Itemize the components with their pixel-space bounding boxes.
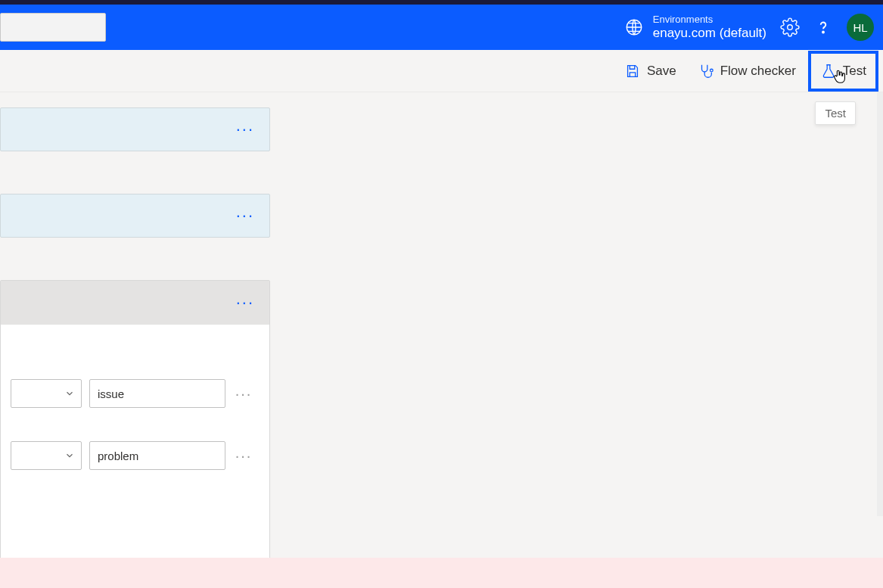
step-menu-icon[interactable]: ··· xyxy=(236,120,254,139)
chevron-down-icon xyxy=(64,450,75,461)
condition-value-input[interactable] xyxy=(89,379,225,408)
stethoscope-icon xyxy=(698,63,714,79)
error-bar xyxy=(0,558,883,588)
app-header: Environments enayu.com (default) HL xyxy=(0,5,883,50)
flow-checker-label: Flow checker xyxy=(720,64,796,79)
condition-header[interactable]: ··· xyxy=(1,281,269,325)
settings-icon[interactable] xyxy=(780,17,800,37)
test-label: Test xyxy=(843,64,866,79)
condition-card: ··· ··· ··· xyxy=(0,280,270,572)
header-right: Environments enayu.com (default) HL xyxy=(624,14,874,41)
row-menu-icon[interactable]: ··· xyxy=(233,385,254,403)
help-icon[interactable] xyxy=(813,17,833,37)
chevron-down-icon xyxy=(64,388,75,399)
step-menu-icon[interactable]: ··· xyxy=(236,206,254,226)
environment-text: Environments enayu.com (default) xyxy=(653,14,766,41)
test-button[interactable]: Test xyxy=(808,51,878,92)
save-button[interactable]: Save xyxy=(615,57,686,86)
condition-menu-icon[interactable]: ··· xyxy=(236,293,254,313)
save-icon xyxy=(624,63,641,79)
scrollbar[interactable] xyxy=(877,92,883,516)
toolbar: Save Flow checker Test Test xyxy=(0,50,883,92)
operator-dropdown[interactable] xyxy=(11,441,82,470)
svg-point-2 xyxy=(822,32,824,33)
condition-value-input[interactable] xyxy=(89,441,225,470)
environment-picker[interactable]: Environments enayu.com (default) xyxy=(624,14,766,41)
flask-icon xyxy=(820,63,837,79)
operator-dropdown[interactable] xyxy=(11,379,82,408)
svg-point-3 xyxy=(710,69,713,72)
environment-label: Environments xyxy=(653,14,766,26)
svg-point-1 xyxy=(788,25,793,30)
flow-canvas: ··· ··· ··· ··· ··· xyxy=(0,92,883,588)
avatar[interactable]: HL xyxy=(847,14,874,41)
search-input[interactable] xyxy=(0,13,106,42)
condition-row: ··· xyxy=(1,379,254,408)
environment-value: enayu.com (default) xyxy=(653,26,766,41)
row-menu-icon[interactable]: ··· xyxy=(233,447,254,465)
condition-row: ··· xyxy=(1,441,254,470)
flow-checker-button[interactable]: Flow checker xyxy=(689,57,805,86)
globe-icon xyxy=(624,17,644,37)
flow-step-1[interactable]: ··· xyxy=(0,107,270,151)
flow-step-2[interactable]: ··· xyxy=(0,194,270,238)
save-label: Save xyxy=(647,64,676,79)
condition-body: ··· ··· xyxy=(1,325,269,571)
